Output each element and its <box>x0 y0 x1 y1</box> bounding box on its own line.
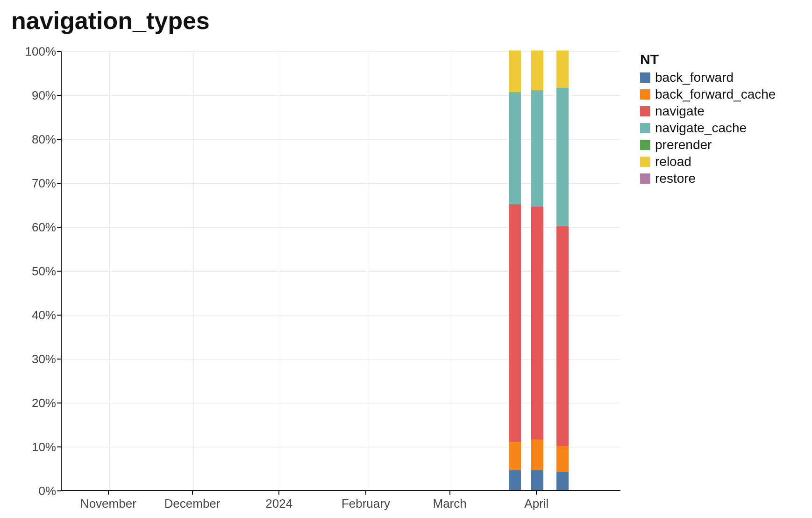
x-tick-mark <box>536 491 537 495</box>
legend-item-prerender[interactable]: prerender <box>640 137 776 152</box>
y-tick-label: 40% <box>5 308 56 323</box>
gridline-vertical <box>280 51 280 490</box>
bar-segment-back_forward_cache <box>509 442 521 470</box>
y-tick-mark <box>57 446 61 447</box>
y-tick-mark <box>57 315 61 316</box>
legend-swatch <box>640 140 650 150</box>
y-tick-label: 20% <box>5 396 56 410</box>
legend-item-navigate[interactable]: navigate <box>640 104 776 119</box>
legend-label: navigate <box>655 104 705 119</box>
y-tick-mark <box>57 139 61 140</box>
legend-swatch <box>640 157 650 167</box>
bar-segment-navigate <box>556 226 569 446</box>
y-tick-label: 70% <box>5 176 56 191</box>
y-tick-mark <box>57 227 61 228</box>
x-tick-mark <box>108 491 109 495</box>
bar <box>556 50 569 490</box>
y-tick-mark <box>57 490 61 491</box>
bar-segment-navigate_cache <box>531 90 543 207</box>
y-tick-label: 90% <box>5 88 56 103</box>
legend-label: back_forward_cache <box>655 87 776 102</box>
x-tick-label: March <box>433 496 466 511</box>
plot-area <box>61 51 620 491</box>
bar <box>531 50 543 490</box>
legend-item-reload[interactable]: reload <box>640 154 776 169</box>
legend-swatch <box>640 72 650 83</box>
legend-title: NT <box>640 51 776 67</box>
x-tick-label: February <box>342 496 390 511</box>
x-tick-mark <box>192 491 193 495</box>
bar-segment-back_forward_cache <box>556 446 569 472</box>
gridline-vertical <box>367 51 367 490</box>
x-tick-label: December <box>164 496 221 511</box>
legend: NT back_forwardback_forward_cachenavigat… <box>640 51 776 188</box>
bar-segment-navigate <box>531 207 543 439</box>
legend-label: restore <box>655 171 696 186</box>
legend-swatch <box>640 173 650 184</box>
bar-segment-reload <box>556 50 569 88</box>
gridline-vertical <box>451 51 451 490</box>
x-tick-mark <box>365 491 366 495</box>
legend-label: prerender <box>655 137 712 152</box>
legend-label: reload <box>655 154 691 169</box>
bar-segment-back_forward_cache <box>531 439 543 470</box>
x-tick-label: April <box>524 496 548 511</box>
bar-segment-back_forward <box>509 470 521 490</box>
gridline-vertical <box>109 51 110 490</box>
y-tick-label: 60% <box>5 220 56 235</box>
y-tick-mark <box>57 95 61 96</box>
gridline-vertical <box>193 51 194 490</box>
legend-swatch <box>640 106 650 116</box>
y-tick-label: 10% <box>5 440 56 454</box>
y-tick-mark <box>57 359 61 360</box>
y-tick-label: 80% <box>5 132 56 147</box>
y-tick-label: 30% <box>5 352 56 367</box>
legend-item-navigate_cache[interactable]: navigate_cache <box>640 121 776 136</box>
y-tick-label: 0% <box>5 484 56 498</box>
bar-segment-navigate_cache <box>509 92 521 204</box>
y-tick-mark <box>57 403 61 403</box>
y-tick-mark <box>57 271 61 272</box>
bar-segment-reload <box>509 50 521 92</box>
legend-swatch <box>640 89 650 100</box>
bar-segment-back_forward <box>531 470 543 490</box>
y-tick-mark <box>57 51 61 52</box>
legend-item-back_forward[interactable]: back_forward <box>640 70 776 85</box>
bar-segment-back_forward <box>556 472 569 490</box>
legend-swatch <box>640 123 650 133</box>
legend-label: navigate_cache <box>655 121 747 136</box>
chart-title: navigation_types <box>11 7 210 35</box>
y-tick-label: 100% <box>5 44 56 59</box>
x-tick-mark <box>278 491 279 495</box>
bar-segment-navigate_cache <box>556 88 569 226</box>
bar-segment-navigate <box>509 204 521 442</box>
bar-segment-reload <box>531 50 543 90</box>
legend-item-restore[interactable]: restore <box>640 171 776 186</box>
y-tick-mark <box>57 183 61 184</box>
legend-item-back_forward_cache[interactable]: back_forward_cache <box>640 87 776 102</box>
x-tick-mark <box>449 491 450 495</box>
y-tick-label: 50% <box>5 264 56 279</box>
bar <box>509 50 521 490</box>
legend-label: back_forward <box>655 70 734 85</box>
x-tick-label: November <box>80 496 136 511</box>
x-tick-label: 2024 <box>265 496 292 511</box>
